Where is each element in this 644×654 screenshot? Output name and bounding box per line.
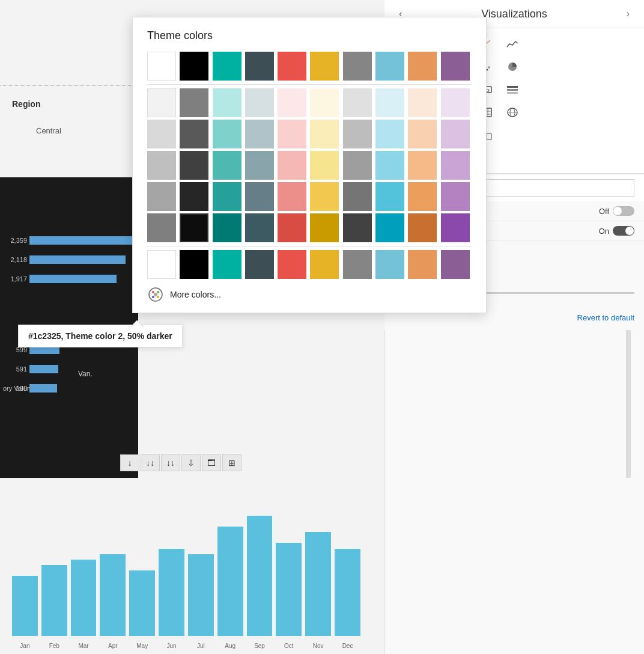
- color-swatch[interactable]: [310, 120, 339, 148]
- color-swatch[interactable]: [408, 151, 437, 180]
- color-swatch[interactable]: [147, 120, 176, 148]
- color-swatch[interactable]: [245, 213, 274, 242]
- std-color-swatch[interactable]: [180, 250, 208, 279]
- std-color-swatch[interactable]: [408, 250, 437, 279]
- color-swatch[interactable]: [180, 120, 208, 148]
- color-swatch[interactable]: [408, 88, 437, 117]
- color-swatch[interactable]: [441, 52, 470, 81]
- color-swatch[interactable]: [278, 151, 306, 180]
- color-swatch[interactable]: [375, 88, 404, 117]
- toolbar-btn-5[interactable]: 🗔: [202, 454, 221, 471]
- color-swatch[interactable]: [375, 213, 404, 242]
- chart-icon-line[interactable]: [500, 33, 525, 55]
- color-swatch[interactable]: [441, 182, 470, 211]
- std-color-swatch[interactable]: [310, 250, 339, 279]
- color-swatch[interactable]: [441, 120, 470, 148]
- std-color-swatch[interactable]: [343, 250, 372, 279]
- revert-link[interactable]: Revert to default: [577, 313, 634, 322]
- toggle-track-on[interactable]: [613, 226, 634, 236]
- color-swatch[interactable]: [278, 88, 306, 117]
- color-swatch[interactable]: [213, 213, 242, 242]
- toolbar-btn-4[interactable]: ⇩: [181, 454, 201, 471]
- color-swatch[interactable]: [408, 182, 437, 211]
- color-swatch[interactable]: [213, 52, 242, 81]
- chart-icon-multirow-card[interactable]: [500, 79, 525, 100]
- color-swatch[interactable]: [375, 182, 404, 211]
- color-swatch[interactable]: [213, 88, 242, 117]
- color-swatch[interactable]: [147, 88, 176, 117]
- toolbar-btn-2[interactable]: ↓↓: [141, 454, 160, 471]
- color-swatch[interactable]: [245, 151, 274, 180]
- color-swatch[interactable]: [213, 182, 242, 211]
- std-color-swatch[interactable]: [245, 250, 274, 279]
- color-swatch[interactable]: [343, 52, 372, 81]
- color-swatch[interactable]: [310, 52, 339, 81]
- swatch-divider-1: [147, 84, 472, 85]
- bar-value-1: 2,359: [3, 237, 27, 244]
- color-swatch[interactable]: [180, 182, 208, 211]
- color-swatch[interactable]: [310, 88, 339, 117]
- color-swatch[interactable]: [147, 52, 176, 81]
- color-swatch[interactable]: [180, 52, 208, 81]
- std-color-swatch[interactable]: [147, 250, 176, 279]
- viz-panel-title: Visualizations: [481, 8, 547, 20]
- color-swatch[interactable]: [278, 52, 306, 81]
- month-label-8: Sep: [247, 643, 273, 649]
- color-swatch[interactable]: [278, 213, 306, 242]
- toolbar-btn-6[interactable]: ⊞: [222, 454, 242, 471]
- viz-nav-next[interactable]: ›: [622, 6, 634, 22]
- toggle-on[interactable]: On: [599, 226, 634, 236]
- color-swatch[interactable]: [213, 151, 242, 180]
- color-swatch[interactable]: [375, 120, 404, 148]
- color-swatch[interactable]: [310, 151, 339, 180]
- toolbar-btn-3[interactable]: ↓↓: [161, 454, 180, 471]
- color-swatch[interactable]: [343, 182, 372, 211]
- toolbar-btn-1[interactable]: ↓: [120, 454, 139, 471]
- std-color-swatch[interactable]: [441, 250, 470, 279]
- color-swatch[interactable]: [278, 182, 306, 211]
- color-swatch[interactable]: [245, 52, 274, 81]
- color-swatch[interactable]: [245, 88, 274, 117]
- region-value: Central: [36, 126, 61, 135]
- color-swatch[interactable]: [278, 120, 306, 148]
- color-swatch[interactable]: [213, 120, 242, 148]
- color-swatch[interactable]: [245, 120, 274, 148]
- color-swatch[interactable]: [310, 213, 339, 242]
- std-color-swatch[interactable]: [278, 250, 306, 279]
- color-swatch[interactable]: [343, 213, 372, 242]
- color-swatch[interactable]: [408, 120, 437, 148]
- color-swatch[interactable]: [375, 52, 404, 81]
- color-swatch[interactable]: [343, 120, 372, 148]
- color-swatch[interactable]: [343, 88, 372, 117]
- color-swatch[interactable]: [310, 182, 339, 211]
- svg-rect-29: [507, 86, 518, 88]
- color-swatch[interactable]: [408, 52, 437, 81]
- bottom-bar-1: [41, 565, 67, 636]
- color-swatch[interactable]: [441, 88, 470, 117]
- color-swatch[interactable]: [343, 151, 372, 180]
- color-swatch[interactable]: [441, 151, 470, 180]
- color-picker-popup: Theme colors More colors...: [132, 17, 487, 313]
- std-color-swatch[interactable]: [213, 250, 242, 279]
- color-tooltip: #1c2325, Theme color 2, 50% darker: [18, 325, 183, 347]
- toolbar-row: ↓ ↓↓ ↓↓ ⇩ 🗔 ⊞: [120, 454, 242, 471]
- color-swatch[interactable]: [147, 213, 176, 242]
- color-swatch[interactable]: [408, 213, 437, 242]
- color-swatch[interactable]: [180, 88, 208, 117]
- color-swatch[interactable]: [245, 182, 274, 211]
- toggle-off[interactable]: Off: [599, 206, 634, 216]
- color-swatch[interactable]: [147, 151, 176, 180]
- bar-row-5: 591: [3, 362, 58, 376]
- more-colors-row[interactable]: More colors...: [147, 286, 472, 303]
- color-swatch[interactable]: [180, 213, 208, 242]
- chart-icon-map-filled[interactable]: [500, 102, 525, 123]
- color-swatch[interactable]: [441, 213, 470, 242]
- chart-icon-pie[interactable]: [500, 56, 525, 78]
- color-swatch[interactable]: [180, 151, 208, 180]
- color-swatch[interactable]: [147, 182, 176, 211]
- std-color-swatch[interactable]: [375, 250, 404, 279]
- bar-value-6: 568: [3, 385, 27, 392]
- toggle-track-off[interactable]: [613, 206, 634, 216]
- month-label-4: May: [129, 643, 155, 649]
- color-swatch[interactable]: [375, 151, 404, 180]
